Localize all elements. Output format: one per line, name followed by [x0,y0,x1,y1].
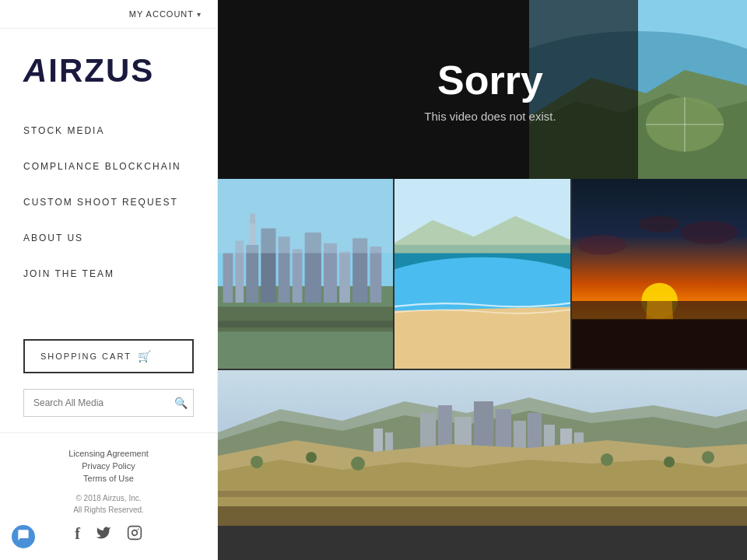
logo-u: U [106,52,131,89]
photo-city [218,179,393,369]
svg-rect-27 [218,179,393,253]
my-account-link[interactable]: MY ACCOUNT ▾ [129,9,202,19]
chevron-down-icon: ▾ [197,10,202,19]
facebook-icon[interactable]: f [75,525,80,544]
instagram-icon[interactable] [127,525,142,544]
svg-rect-25 [218,306,393,331]
shopping-cart-button[interactable]: SHOPPING CART 🛒 [23,339,194,373]
svg-rect-17 [293,249,303,303]
video-error-section: Sorry This video does not exist. [218,0,747,179]
sidebar-item-about-us[interactable]: ABOUT US [23,220,194,256]
svg-rect-14 [246,245,258,303]
licensing-agreement-link[interactable]: Licensing Agreement [68,449,149,458]
svg-rect-65 [218,491,747,497]
shopping-cart-label: SHOPPING CART [40,352,132,361]
svg-rect-0 [128,527,141,540]
twitter-icon[interactable] [96,525,111,544]
cart-icon: 🛒 [138,350,153,362]
svg-rect-12 [223,253,233,303]
logo-i: I [48,52,59,89]
svg-point-60 [306,452,317,463]
logo-s: S [131,52,154,89]
svg-point-39 [577,235,626,254]
photo-grid [218,179,747,560]
svg-marker-32 [395,306,570,369]
svg-point-63 [664,457,675,467]
main-content: Sorry This video does not exist. [218,0,747,560]
logo[interactable]: AIRZUS [23,52,154,89]
error-subtitle: This video does not exist. [424,110,556,123]
search-icon: 🔍 [174,397,188,409]
svg-point-61 [351,457,365,471]
copyright: © 2018 Airzus, Inc. All Rights Reserved. [23,492,194,516]
search-input[interactable] [23,389,194,417]
photo-la-cityscape [218,370,747,526]
error-title: Sorry [424,57,556,103]
svg-point-41 [639,216,680,233]
svg-point-59 [251,456,263,468]
sidebar-item-custom-shoot-request[interactable]: CUSTOM SHOOT REQUEST [23,184,194,220]
sidebar-top-bar: MY ACCOUNT ▾ [0,0,217,29]
svg-rect-38 [572,319,747,369]
sidebar-item-join-the-team[interactable]: JOIN THE TEAM [23,256,194,292]
svg-rect-66 [218,506,747,526]
footer-links: Licensing Agreement Privacy Policy Terms… [23,449,194,483]
svg-rect-26 [218,320,393,327]
sidebar-item-compliance-blockchain[interactable]: COMPLIANCE BLOCKCHAIN [23,149,194,184]
photo-beach [395,179,570,369]
logo-area[interactable]: AIRZUS [0,29,217,113]
sidebar-item-stock-media[interactable]: STOCK MEDIA [23,113,194,149]
sidebar: MY ACCOUNT ▾ AIRZUS STOCK MEDIA COMPLIAN… [0,0,218,560]
privacy-policy-link[interactable]: Privacy Policy [82,461,135,471]
aerial-background-top [529,0,747,179]
nav-links: STOCK MEDIA COMPLIANCE BLOCKCHAIN CUSTOM… [0,113,217,324]
svg-rect-22 [370,247,381,303]
copyright-line2: All Rights Reserved. [23,504,194,516]
search-area: 🔍 [23,389,194,417]
logo-z: Z [84,52,106,89]
svg-point-62 [601,453,613,466]
social-icons: f [23,525,194,544]
copyright-line1: © 2018 Airzus, Inc. [23,492,194,504]
svg-point-40 [680,221,738,244]
search-button[interactable]: 🔍 [174,397,188,409]
logo-a: A [23,52,48,89]
terms-of-use-link[interactable]: Terms of Use [83,474,134,483]
my-account-label: MY ACCOUNT [129,9,194,19]
chat-bubble-button[interactable] [12,525,35,548]
logo-r: R [59,52,84,89]
photo-sunset [572,179,747,369]
svg-point-64 [702,451,714,464]
chat-icon [17,529,30,544]
svg-rect-20 [339,251,350,303]
